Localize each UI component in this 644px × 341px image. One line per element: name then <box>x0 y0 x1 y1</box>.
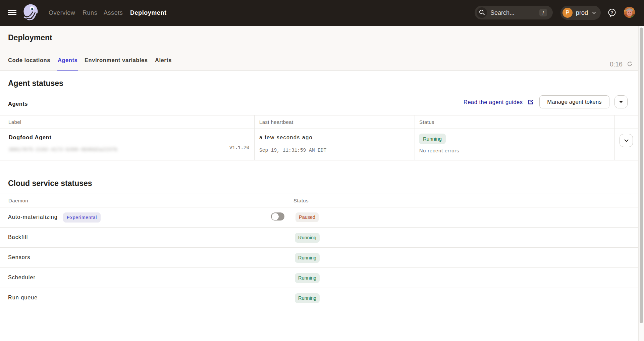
svg-text:?: ? <box>610 10 613 15</box>
